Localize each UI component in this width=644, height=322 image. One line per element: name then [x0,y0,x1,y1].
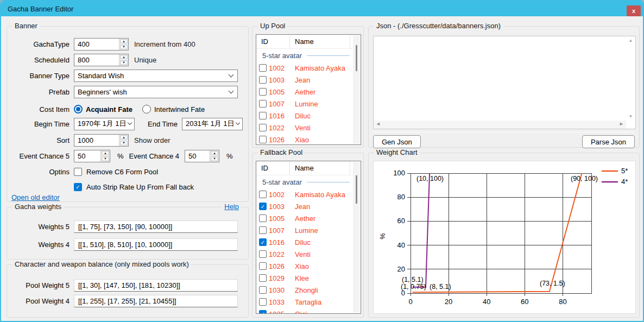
table-row[interactable]: ✓1026Xiao [256,260,361,272]
pool-weight5-input[interactable]: [[1, 30], [147, 150], [181, 10230]] [74,279,238,292]
prefab-label: Prefab [11,88,70,96]
column-header-name[interactable]: Name [289,35,350,48]
spin-up-icon[interactable]: ▲ [120,39,128,44]
column-header-id[interactable]: ID [256,164,289,172]
event-chance-4-value[interactable]: 50 [185,150,210,162]
scheduleid-value[interactable]: 800 [74,54,119,66]
parse-json-button[interactable]: Parse Json [582,135,635,148]
remove-c6-label[interactable]: Remove C6 Form Pool [86,168,158,176]
svg-text:20: 20 [397,265,405,273]
spin-down-icon[interactable]: ▼ [211,156,218,161]
table-row[interactable]: ✓1029Klee [256,272,361,284]
weights5-input[interactable]: [[1, 75], [73, 150], [90, 10000]] [74,220,238,233]
up-pool-rows: ✓1002Kamisato Ayaka✓1003Jean✓1005Aether✓… [256,62,361,145]
event-chance-5-value[interactable]: 50 [74,150,100,162]
spin-down-icon[interactable]: ▼ [120,60,128,65]
row-checkbox[interactable]: ✓ [259,286,267,294]
end-time-picker[interactable]: 2031年 1月 1日 [182,118,243,130]
scroll-left-icon[interactable]: ◄ [376,121,381,127]
table-row[interactable]: ✓1003Jean [256,74,361,86]
row-checkbox[interactable]: ✓ [259,250,267,258]
column-divider[interactable] [350,161,350,175]
row-checkbox[interactable]: ✓ [259,136,267,143]
table-row[interactable]: ✓1030Zhongli [256,284,361,296]
scroll-up-icon[interactable]: ▲ [626,38,635,43]
table-row[interactable]: ✓1002Kamisato Ayaka [256,62,361,74]
row-checkbox[interactable]: ✓ [259,274,267,282]
table-row[interactable]: ✓1022Venti [256,122,361,134]
row-checkbox[interactable]: ✓ [259,226,267,234]
close-button[interactable]: x [627,5,641,16]
auto-strip-label[interactable]: Auto Strip Rate Up From Fall back [86,183,194,191]
table-row[interactable]: ✓1033Tartaglia [256,296,361,308]
row-checkbox[interactable]: ✓ [259,298,267,306]
spin-down-icon[interactable]: ▼ [102,156,109,161]
scrollbar-thumb[interactable] [356,45,357,71]
prefab-select[interactable]: Beginners' wish [74,86,238,98]
table-row[interactable]: ✓1002Kamisato Ayaka [256,188,361,200]
row-checkbox[interactable]: ✓ [259,203,267,210]
scheduleid-spinner[interactable]: 800 ▲ ▼ [74,54,129,66]
row-checkbox[interactable]: ✓ [259,112,267,119]
vertical-scrollbar[interactable]: ▲ ▼ [626,36,635,121]
row-checkbox[interactable]: ✓ [259,191,267,198]
remove-c6-checkbox[interactable]: ✓ [74,168,82,176]
pool-weight4-input[interactable]: [[1, 255], [17, 255], [21, 10455]] [74,295,238,307]
fallback-pool-scrollbar[interactable] [353,162,360,313]
row-checkbox[interactable]: ✓ [259,124,267,131]
table-row[interactable]: ✓1022Venti [256,248,361,260]
spin-down-icon[interactable]: ▼ [120,45,128,49]
check-icon: ✓ [75,184,80,190]
table-row[interactable]: ✓1003Jean [256,200,361,212]
row-checkbox[interactable]: ✓ [259,214,267,222]
row-checkbox[interactable]: ✓ [259,262,267,270]
intertwined-fate-label[interactable]: Intertwined Fate [154,105,205,113]
column-divider[interactable] [350,35,350,48]
spin-up-icon[interactable]: ▲ [120,135,128,140]
intertwined-fate-radio[interactable] [142,105,151,113]
weights4-input[interactable]: [[1, 510], [8, 510], [10, 10000]] [74,238,238,251]
begin-time-picker[interactable]: 1970年 1月 1日 [74,118,135,130]
banner-type-select[interactable]: Standard Wish [74,70,238,82]
event-chance-4-spinner[interactable]: 50 ▲ ▼ [185,150,219,162]
gachatype-spinner[interactable]: 400 ▲ ▼ [74,38,129,50]
acquaint-fate-label[interactable]: Acquaint Fate [86,105,132,113]
horizontal-scrollbar[interactable]: ◄ ► [374,121,626,129]
column-header-name[interactable]: Name [289,161,350,175]
row-checkbox[interactable]: ✓ [259,88,267,96]
event-chance-5-spinner[interactable]: 50 ▲ ▼ [74,150,110,162]
pool-weight4-value: [[1, 255], [17, 255], [21, 10455]] [78,297,176,305]
spin-up-icon[interactable]: ▲ [211,151,218,156]
table-row[interactable]: ✓1005Aether [256,212,361,224]
row-checkbox[interactable]: ✓ [259,76,267,84]
row-id: 1003 [269,203,289,211]
sort-value[interactable]: 1000 [74,135,119,146]
row-checkbox[interactable]: ✓ [259,100,267,108]
spin-down-icon[interactable]: ▼ [120,141,128,146]
acquaint-fate-radio[interactable] [74,105,83,113]
sort-spinner[interactable]: 1000 ▲ ▼ [74,134,129,147]
row-checkbox[interactable]: ✓ [259,238,267,246]
row-checkbox[interactable]: ✓ [259,64,267,72]
json-textarea[interactable] [374,36,626,121]
row-checkbox[interactable]: ✓ [259,310,267,314]
gachatype-value[interactable]: 400 [74,39,119,50]
table-row[interactable]: ✓1005Aether [256,86,361,98]
scroll-right-icon[interactable]: ► [619,121,624,127]
column-header-id[interactable]: ID [256,37,289,46]
scrollbar-thumb[interactable] [356,175,357,204]
table-row[interactable]: ✓1007Lumine [256,98,361,110]
scroll-down-icon[interactable]: ▼ [626,114,635,119]
open-old-editor-link[interactable]: Open old editor [11,193,60,201]
table-row[interactable]: ✓1007Lumine [256,224,361,236]
gen-json-button[interactable]: Gen Json [373,135,421,148]
help-link[interactable]: Help [223,203,241,211]
spin-up-icon[interactable]: ▲ [102,151,109,156]
table-row[interactable]: ✓1016Diluc [256,236,361,248]
spin-up-icon[interactable]: ▲ [120,55,128,60]
auto-strip-checkbox[interactable]: ✓ [74,183,82,191]
table-row[interactable]: ✓1035Qiqi [256,308,361,314]
table-row[interactable]: ✓1026Xiao [256,134,361,145]
table-row[interactable]: ✓1016Diluc [256,110,361,122]
up-pool-scrollbar[interactable] [353,35,360,144]
